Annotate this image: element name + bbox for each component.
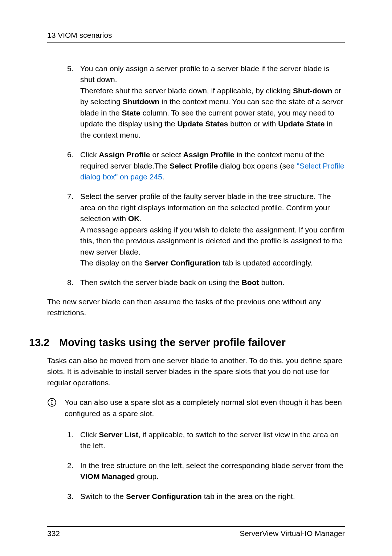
list-content: Click Server List, if applicable, to swi… [80, 429, 345, 451]
closing-paragraph: The new server blade can then assume the… [47, 296, 345, 318]
page-footer: 332 ServerView Virtual-IO Manager [47, 526, 345, 538]
list-content: Select the server profile of the faulty … [80, 191, 345, 268]
list-content: Click Assign Profile or select Assign Pr… [80, 149, 345, 182]
list-item: 1. Click Server List, if applicable, to … [67, 429, 345, 451]
section-number: 13.2 [29, 337, 59, 349]
info-block: You can also use a spare slot as a compl… [47, 397, 345, 419]
list-content: In the tree structure on the left, selec… [80, 460, 345, 482]
list-item: 5. You can only assign a server profile … [67, 63, 345, 141]
chapter-label: 13 VIOM scenarios [47, 31, 112, 39]
list-number: 2. [67, 460, 80, 482]
info-icon [47, 397, 65, 419]
list-item: 2. In the tree structure on the left, se… [67, 460, 345, 482]
list-item: 3. Switch to the Server Configuration ta… [67, 491, 345, 502]
product-name: ServerView Virtual-IO Manager [240, 529, 345, 538]
list-item: 8. Then switch the server blade back on … [67, 277, 345, 288]
info-content: You can also use a spare slot as a compl… [65, 397, 345, 419]
list-content: Switch to the Server Configuration tab i… [80, 491, 345, 502]
section-title: Moving tasks using the server profile fa… [59, 337, 286, 349]
section-heading: 13.2 Moving tasks using the server profi… [29, 337, 345, 349]
footer-content: 332 ServerView Virtual-IO Manager [47, 529, 345, 538]
list-number: 8. [67, 277, 80, 288]
chapter-header: 13 VIOM scenarios [47, 31, 345, 40]
footer-divider [47, 526, 345, 527]
list-number: 3. [67, 491, 80, 502]
header-divider [47, 42, 345, 43]
svg-point-1 [52, 400, 53, 401]
procedure-list-1: 5. You can only assign a server profile … [47, 63, 345, 288]
section-intro: Tasks can also be moved from one server … [47, 355, 345, 388]
list-number: 7. [67, 191, 80, 268]
procedure-list-2: 1. Click Server List, if applicable, to … [47, 429, 345, 502]
list-item: 7. Select the server profile of the faul… [67, 191, 345, 268]
list-number: 5. [67, 63, 80, 141]
list-item: 6. Click Assign Profile or select Assign… [67, 149, 345, 182]
list-content: Then switch the server blade back on usi… [80, 277, 345, 288]
list-content: You can only assign a server profile to … [80, 63, 345, 141]
list-number: 1. [67, 429, 80, 451]
list-number: 6. [67, 149, 80, 182]
page-number: 332 [47, 529, 60, 538]
